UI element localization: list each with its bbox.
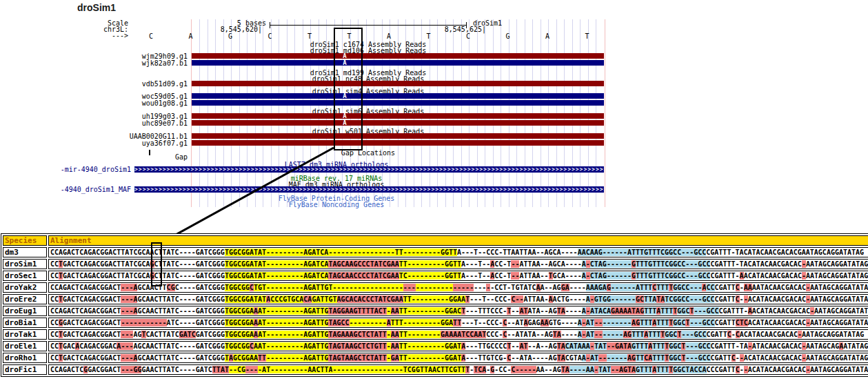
sequence-segment: GCA---- bbox=[553, 272, 582, 280]
read-bar-wou01g08.g1[interactable] bbox=[192, 100, 604, 106]
sequence-segment: TGGCGG bbox=[225, 284, 250, 291]
sequence-segment: GC bbox=[636, 295, 644, 303]
read-bar-uya36f07.g1[interactable] bbox=[192, 140, 604, 146]
sequence-segment: CGATTT-TACATACAACGACACGAATAGCAGGATATAG bbox=[706, 248, 864, 256]
chevron-bar--mir-4940_droSim1[interactable]: >>>>>>>>>>>>>>>>>>>>>>>>>>>>>>>>>>>>>>>>… bbox=[134, 166, 604, 173]
sequence-segment: ---GCC bbox=[681, 331, 706, 338]
position-left: 8,545,620| bbox=[193, 26, 262, 33]
sequence-segment: TTT---------GGA bbox=[391, 319, 453, 326]
sequence-segment: --------- bbox=[416, 284, 453, 291]
sequence-segment: ACTG---- bbox=[553, 295, 586, 303]
alignment-row-droEle1: droEle1CCTGACACAGACGGACA---AGCAACTTATC--… bbox=[3, 341, 868, 351]
read-bar-wjk82a07.b1[interactable]: A bbox=[192, 60, 604, 66]
sequence-segment: A bbox=[387, 319, 391, 326]
sequence-segment: --- bbox=[474, 284, 486, 291]
sequence-segment: ----- bbox=[453, 284, 474, 291]
sequence-segment: ----------------- bbox=[332, 284, 403, 291]
alignment-row-droEre2: droEre2CCTGACTCAGACGGACT---AGCAACTTATC--… bbox=[3, 294, 868, 304]
sequence-segment: CC bbox=[50, 319, 59, 326]
page-title: droSim1 bbox=[77, 2, 116, 13]
sequence-segment: TT bbox=[636, 354, 644, 362]
track-center-label: Gap Locations bbox=[192, 149, 545, 157]
ruler-base-7: A bbox=[385, 33, 393, 40]
sequence-segment: ------- bbox=[603, 319, 632, 326]
read-bar-vdb51d09.g1[interactable] bbox=[192, 81, 604, 86]
read-bar-wjm29h09.g1[interactable]: A bbox=[192, 53, 604, 59]
gap-tick bbox=[149, 150, 150, 155]
sequence-segment: AATACAACGACAC bbox=[752, 284, 806, 291]
sequence-segment: -- bbox=[511, 260, 519, 268]
sequence-segment: --ATA----AG bbox=[511, 354, 556, 362]
sequence-segment: GACGGACT bbox=[88, 366, 121, 373]
sequence-segment: CC bbox=[50, 260, 59, 268]
sequence-segment: TT-------- bbox=[399, 331, 441, 338]
zoom-target-box bbox=[151, 242, 162, 286]
sequence-segment: -- bbox=[607, 342, 615, 350]
sequence-segment: TTT bbox=[632, 331, 644, 338]
sequence-segment: ---T--CCC- bbox=[470, 295, 511, 303]
sequence-segment: - bbox=[586, 354, 590, 362]
sequence-segment: - bbox=[731, 331, 736, 338]
sequence-segment: TCGGCC---GCC bbox=[665, 295, 714, 303]
sequence-segment: GAC bbox=[63, 342, 75, 350]
sequence-segment: CTTATC----GATCGGG bbox=[154, 260, 225, 268]
sequence-segment: --- bbox=[245, 366, 258, 373]
sequence-segment: AG bbox=[627, 354, 636, 362]
sequence-segment: ---A bbox=[121, 354, 137, 362]
sequence-segment: AG bbox=[632, 319, 640, 326]
sequence-segment: ACATACAACGACAC bbox=[748, 295, 806, 303]
sequence-segment: -CCT-TGTATC bbox=[490, 284, 536, 291]
sequence-segment: TT bbox=[453, 319, 461, 326]
sequence-segment: AATAGCAGGATATAG bbox=[810, 319, 868, 326]
sequence-segment: TT---------GGTT bbox=[399, 260, 461, 268]
sequence-segment: GGCC--- bbox=[673, 284, 702, 291]
sequence-segment: ---TTGCCCC bbox=[465, 342, 507, 350]
sequence-segment: AATAGCAGGATATAG bbox=[806, 354, 868, 362]
column-header-alignment: Alignment bbox=[48, 235, 868, 246]
track-center-label: FlyBase Noncoding Genes bbox=[192, 201, 481, 208]
sequence-segment: ACATACAACGACAC bbox=[740, 331, 798, 338]
sequence-segment: AGTAAGCTCTATT bbox=[332, 354, 386, 362]
sequence-segment: AATAGCAGGATATAG bbox=[802, 331, 864, 338]
sequence-segment: TT---------GGAT bbox=[399, 354, 461, 362]
sequence-segment: AT bbox=[519, 342, 527, 350]
sequence-segment: GTGG------ bbox=[594, 295, 636, 303]
alignment-row-droRho1: droRho1CCTGACTCAGACGGACT---AGCAACTTATC--… bbox=[3, 353, 868, 363]
sequence-segment: GGC bbox=[677, 307, 689, 315]
sequence-segment: GCAACTTATC----GATCGGG bbox=[137, 295, 224, 303]
read-bar-uh199g03.g1[interactable]: A bbox=[192, 113, 604, 119]
sequence-segment: GACTCAGACGGACT bbox=[63, 295, 121, 303]
sequence-segment: GAAAATAG bbox=[611, 307, 644, 315]
sequence-segment: ---TTGTCG- bbox=[465, 354, 507, 362]
sequence-segment: GAACTTATC----GATC bbox=[141, 366, 212, 373]
species-name: droSim1 bbox=[3, 259, 47, 269]
alignment-sequence: CCTGACTCAGACGGACT---AGTCACTTATCGATCGATCG… bbox=[48, 329, 868, 340]
read-bar-uhc89e07.b1[interactable]: A bbox=[192, 120, 604, 126]
sequence-segment: ---- bbox=[565, 307, 582, 315]
sequence-segment: TT bbox=[258, 354, 266, 362]
sequence-segment: ---A bbox=[121, 284, 137, 291]
chevron-bar--4940_droSim1_MAF[interactable]: >>>>>>>>>>>>>>>>>>>>>>>>>>>>>>>>>>>>>>>>… bbox=[134, 186, 604, 193]
sequence-segment: -- bbox=[594, 319, 603, 326]
sequence-segment: GTG---- bbox=[549, 319, 578, 326]
sequence-segment: GACTCAGACGGACTTATCGCA bbox=[63, 260, 150, 268]
sequence-segment: GTTT bbox=[632, 342, 648, 350]
read-bar-UAAB0020G11.b1[interactable] bbox=[192, 133, 604, 139]
sequence-segment: CAGACGGAC bbox=[79, 342, 117, 350]
sequence-segment: ----- bbox=[607, 354, 627, 362]
sequence-segment: AA bbox=[391, 331, 399, 338]
sequence-segment: AAT---------AGATTG bbox=[254, 342, 328, 350]
sequence-segment: GATCGGG bbox=[196, 331, 225, 338]
sequence-segment: GGC bbox=[669, 354, 681, 362]
sequence-segment: AA bbox=[391, 307, 399, 315]
sequence-segment: CTAG------ bbox=[590, 260, 632, 268]
read-bar-woc59d05.g1[interactable]: A bbox=[192, 93, 604, 99]
read-label-uya36f07.g1: uya36f07.g1 bbox=[0, 139, 188, 147]
sequence-segment: GTTT bbox=[636, 366, 652, 373]
sequence-segment: CGATT bbox=[711, 354, 731, 362]
alignment-row-droSim1: droSim1CCTGACTCAGACGGACTTATCGCAGCTTATC--… bbox=[3, 259, 868, 269]
sequence-segment: - bbox=[740, 295, 744, 303]
sequence-segment: TTT bbox=[656, 366, 669, 373]
zoom-region-box[interactable] bbox=[334, 28, 363, 150]
sequence-segment: CCAGACTC bbox=[50, 366, 83, 373]
